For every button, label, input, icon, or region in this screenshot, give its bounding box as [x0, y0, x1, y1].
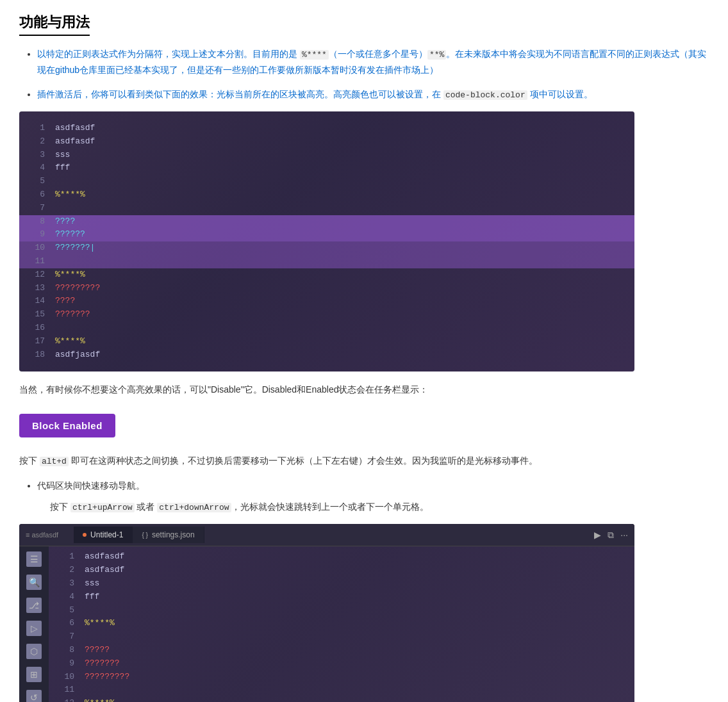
line-num: 3	[26, 149, 45, 162]
line-num: 17	[26, 335, 45, 348]
sidebar-icon-extensions[interactable]: ⬡	[26, 644, 42, 659]
line-content: %****%	[55, 188, 85, 202]
list-item-1-text: 以特定的正则表达式作为分隔符，实现上述文本分割。目前用的是 %****（一个或任…	[37, 49, 706, 75]
line-content: asdfjasdf	[55, 348, 100, 362]
code-line: 14????	[19, 295, 634, 308]
paragraph-1: 当然，有时候你不想要这个高亮效果的话，可以"Disable"它。Disabled…	[19, 382, 709, 398]
sidebar-icon-explorer[interactable]: ☰	[26, 551, 42, 567]
line-num: 4	[55, 591, 74, 604]
code-lines-1: 1asdfasdf 2asdfasdf 3sss 4fff 5 6%****% …	[19, 118, 634, 365]
titlebar-actions[interactable]: ▶ ⧉ ···	[594, 530, 628, 541]
run-icon[interactable]: ▶	[594, 530, 601, 541]
line-num: 10	[26, 241, 45, 255]
code-line: 15???????	[19, 308, 634, 322]
line-num: 5	[26, 175, 45, 188]
line-num: 8	[55, 644, 74, 657]
nav-list: 代码区块间快速移动导航。 按下 ctrl+upArrow 或者 ctrl+dow…	[19, 478, 709, 516]
split-icon[interactable]: ⧉	[608, 530, 614, 541]
code-editor-1: 1asdfasdf 2asdfasdf 3sss 4fff 5 6%****% …	[19, 111, 634, 371]
nav-list-item-1: 代码区块间快速移动导航。 按下 ctrl+upArrow 或者 ctrl+dow…	[37, 478, 709, 516]
code-line: 9???????	[49, 657, 634, 671]
line-content: ?????????	[85, 671, 129, 684]
code-line: 16	[19, 322, 634, 335]
sidebar-icon-search[interactable]: 🔍	[26, 575, 42, 590]
code-block-color: code-block.color	[443, 90, 527, 100]
line-num: 2	[26, 135, 45, 149]
list-item-2-text: 插件激活后，你将可以看到类似下面的效果：光标当前所在的区块被高亮。高亮颜色也可以…	[37, 89, 593, 99]
tab-label-1: Untitled-1	[90, 530, 123, 539]
line-num: 4	[26, 161, 45, 175]
line-num: 1	[26, 122, 45, 135]
code-line: 5	[49, 604, 634, 617]
vscode-sidebar[interactable]: ☰ 🔍 ⎇ ▷ ⬡ ⊞ ↺	[19, 546, 49, 702]
code-line: 5	[19, 175, 634, 188]
explorer-label: ≡ asdfasdf	[26, 531, 58, 539]
sidebar-icon-grid[interactable]: ⊞	[26, 667, 42, 682]
tab-dot-1	[83, 533, 87, 537]
code-line: 10?????????	[49, 671, 634, 684]
link-1[interactable]: 以特定的正则表达式作为分隔符，实现上述文本分割。目前用的是 %****（一个或任…	[37, 49, 706, 75]
code-2: **%	[427, 50, 446, 60]
code-line: 12%****%	[19, 268, 634, 282]
line-num: 11	[26, 255, 45, 268]
sidebar-icon-git[interactable]: ⎇	[26, 598, 42, 613]
line-num: 1	[55, 550, 74, 564]
more-icon[interactable]: ···	[620, 530, 628, 541]
tab-settings-icon: { }	[142, 532, 147, 539]
link-2[interactable]: 插件激活后，你将可以看到类似下面的效果：光标当前所在的区块被高亮。高亮颜色也可以…	[37, 89, 593, 99]
nav-sub-text: 按下 ctrl+upArrow 或者 ctrl+downArrow，光标就会快速…	[50, 499, 709, 515]
code-line: 1asdfasdf	[19, 122, 634, 135]
line-content: asdfasdf	[55, 135, 95, 149]
line-num: 5	[55, 604, 74, 617]
list-item-2: 插件激活后，你将可以看到类似下面的效果：光标当前所在的区块被高亮。高亮颜色也可以…	[37, 86, 709, 102]
line-num: 15	[26, 308, 45, 322]
line-num: 7	[26, 202, 45, 215]
line-content: ????	[55, 215, 75, 229]
code-line-highlighted: 9??????	[19, 228, 634, 241]
shortcut-ctrl-down: ctrl+downArrow	[157, 503, 231, 512]
tab-group[interactable]: Untitled-1 { } settings.json	[74, 526, 204, 543]
line-num: 9	[26, 228, 45, 241]
line-content: fff	[55, 161, 70, 175]
code-line: 13?????????	[19, 282, 634, 295]
tab-untitled[interactable]: Untitled-1	[74, 526, 133, 543]
line-num: 12	[26, 268, 45, 282]
line-num: 9	[55, 657, 74, 671]
code-line: 12%****%	[49, 697, 634, 702]
sidebar-icon-refresh[interactable]: ↺	[26, 690, 42, 702]
line-content: ?????	[85, 644, 110, 657]
line-content: ???????	[85, 657, 120, 671]
sidebar-icon-run[interactable]: ▷	[26, 621, 42, 636]
line-num: 6	[26, 188, 45, 202]
code-line: 8?????	[49, 644, 634, 657]
line-content: %****%	[85, 617, 115, 630]
vscode-editor-2: ≡ asdfasdf Untitled-1 { } settings.json …	[19, 524, 634, 702]
line-content: sss	[85, 577, 99, 591]
vscode-editor-area: 1asdfasdf 2asdfasdf 3sss 4fff 5 6%****% …	[49, 546, 634, 702]
line-num: 13	[26, 282, 45, 295]
line-num: 8	[26, 215, 45, 229]
code-line: 18asdfjasdf	[19, 348, 634, 362]
vscode-main-area: ☰ 🔍 ⎇ ▷ ⬡ ⊞ ↺ 1asdfasdf 2asdfasdf 3sss 4…	[19, 546, 634, 702]
nav-sub: 按下 ctrl+upArrow 或者 ctrl+downArrow，光标就会快速…	[50, 499, 709, 515]
code-1: %****	[300, 50, 329, 60]
line-num: 3	[55, 577, 74, 591]
line-num: 2	[55, 564, 74, 577]
code-line-highlighted: 10???????|	[19, 241, 634, 255]
tab-settings[interactable]: { } settings.json	[133, 526, 204, 543]
line-num: 18	[26, 348, 45, 362]
line-content: ????	[55, 295, 75, 308]
line-num: 12	[55, 697, 74, 702]
shortcut-altd: alt+d	[40, 457, 69, 466]
code-line: 17%****%	[19, 335, 634, 348]
code-line: 3sss	[49, 577, 634, 591]
code-line: 6%****%	[19, 188, 634, 202]
block-enabled-badge[interactable]: Block Enabled	[19, 414, 115, 437]
shortcut-ctrl-up: ctrl+upArrow	[70, 503, 135, 512]
line-num: 7	[55, 630, 74, 644]
code-line: 6%****%	[49, 617, 634, 630]
nav-text: 代码区块间快速移动导航。	[37, 480, 145, 491]
line-content: ???????	[55, 308, 90, 322]
code-line: 7	[49, 630, 634, 644]
line-content: %****%	[55, 335, 85, 348]
